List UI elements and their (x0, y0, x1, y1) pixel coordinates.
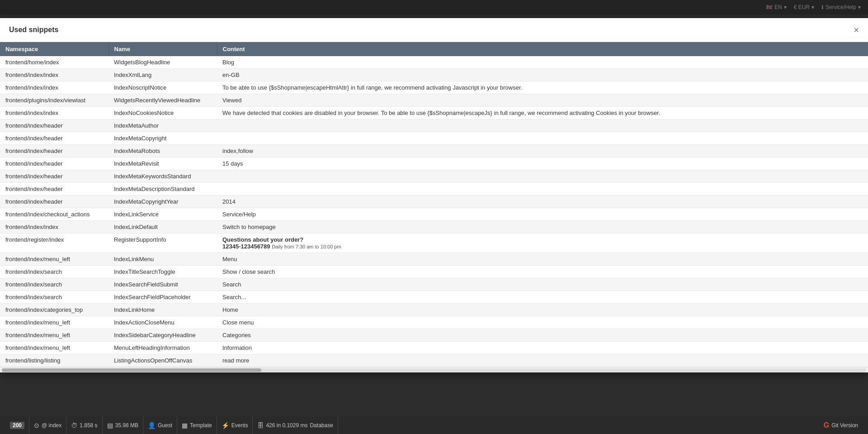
table-row: frontend/index/headerIndexMetaKeywordsSt… (0, 170, 868, 183)
cell-namespace: frontend/index/header (0, 119, 108, 132)
table-row: frontend/index/indexIndexLinkDefaultSwit… (0, 221, 868, 234)
modal-header: Used snippets × (0, 18, 868, 42)
used-snippets-modal: Used snippets × Namespace Name Content f… (0, 18, 868, 372)
scrollbar-thumb (2, 368, 261, 372)
cell-namespace: frontend/index/menu_left (0, 342, 108, 354)
modal-title: Used snippets (9, 26, 58, 34)
user-icon: 👤 (148, 422, 156, 429)
cell-namespace: frontend/index/search (0, 278, 108, 291)
table-row: frontend/index/headerIndexMetaRevisit15 … (0, 157, 868, 170)
table-body: frontend/home/indexWidgetsBlogHeadlineBl… (0, 56, 868, 367)
cell-name: IndexActionCloseMenu (108, 316, 217, 329)
template-label: Template (190, 422, 212, 429)
table-row: frontend/index/searchIndexSearchFieldPla… (0, 291, 868, 304)
scrollbar-track (2, 368, 866, 372)
cell-namespace: frontend/index/index (0, 69, 108, 81)
snippets-table: Namespace Name Content frontend/home/ind… (0, 42, 868, 367)
cell-namespace: frontend/index/index (0, 81, 108, 94)
cell-content: Information (217, 342, 868, 354)
cell-name: IndexMetaKeywordsStandard (108, 170, 217, 183)
user-label: Guest (158, 422, 172, 429)
memory-value: 35.98 MB (115, 422, 138, 429)
cell-namespace: frontend/register/index (0, 234, 108, 253)
table-row: frontend/index/headerIndexMetaRobotsinde… (0, 145, 868, 157)
table-row: frontend/index/categories_topIndexLinkHo… (0, 304, 868, 316)
status-code-item: 200 (5, 416, 29, 434)
cell-namespace: frontend/index/header (0, 183, 108, 196)
cell-content: To be able to use {$sShopname|escapeHtml… (217, 81, 868, 94)
cell-content: Menu (217, 253, 868, 266)
table-row: frontend/index/headerIndexMetaDescriptio… (0, 183, 868, 196)
cell-name: IndexLinkDefault (108, 221, 217, 234)
table-row: frontend/index/indexIndexNoCookiesNotice… (0, 107, 868, 119)
template-item[interactable]: ▦ Template (177, 416, 217, 434)
cell-content: Viewed (217, 94, 868, 107)
cell-namespace: frontend/index/checkout_actions (0, 208, 108, 221)
table-row: frontend/index/menu_leftIndexActionClose… (0, 316, 868, 329)
cell-name: IndexXmlLang (108, 69, 217, 81)
git-item: G Git Version (819, 416, 863, 434)
cell-content (217, 132, 868, 145)
cell-namespace: frontend/plugins/index/viewlast (0, 94, 108, 107)
cell-namespace: frontend/index/search (0, 291, 108, 304)
user-item: 👤 Guest (143, 416, 177, 434)
table-row: frontend/index/indexIndexXmlLangen-GB (0, 69, 868, 81)
table-row: frontend/index/searchIndexTitleSearchTog… (0, 266, 868, 278)
table-row: frontend/listing/listingListingActionsOp… (0, 354, 868, 367)
events-item[interactable]: ⚡ Events (217, 416, 253, 434)
db-icon: 🗄 (257, 422, 264, 429)
cell-namespace: frontend/index/header (0, 157, 108, 170)
cell-name: IndexTitleSearchToggle (108, 266, 217, 278)
cell-content: Search (217, 278, 868, 291)
database-item: 🗄 426 in 0.1029 ms Database (253, 416, 338, 434)
cell-name: IndexMetaRobots (108, 145, 217, 157)
header-namespace: Namespace (0, 42, 108, 56)
cell-namespace: frontend/index/index (0, 221, 108, 234)
cell-content: Show / close search (217, 266, 868, 278)
cell-content: Questions about your order?12345-1234567… (217, 234, 868, 253)
cell-name: IndexLinkHome (108, 304, 217, 316)
cell-name: WidgetsBlogHeadline (108, 56, 217, 69)
header-content: Content (217, 42, 868, 56)
table-row: frontend/plugins/index/viewlastWidgetsRe… (0, 94, 868, 107)
cell-content (217, 119, 868, 132)
cell-namespace: frontend/listing/listing (0, 354, 108, 367)
cell-namespace: frontend/index/index (0, 107, 108, 119)
cell-namespace: frontend/index/categories_top (0, 304, 108, 316)
cell-content: Switch to homepage (217, 221, 868, 234)
route-icon: ⊙ (34, 422, 39, 429)
template-icon: ▦ (182, 422, 188, 429)
cell-name: MenuLeftHeadingInformation (108, 342, 217, 354)
cell-namespace: frontend/index/menu_left (0, 253, 108, 266)
cell-name: IndexNoscriptNotice (108, 81, 217, 94)
cell-namespace: frontend/index/header (0, 145, 108, 157)
cell-content: 15 days (217, 157, 868, 170)
cell-namespace: frontend/index/menu_left (0, 329, 108, 342)
cell-name: IndexLinkMenu (108, 253, 217, 266)
db-value: 426 in 0.1029 ms (266, 422, 307, 429)
status-bar: 200 ⊙ @ index ⏱ 1.858 s ▤ 35.98 MB 👤 Gue… (0, 416, 868, 434)
cell-content: en-GB (217, 69, 868, 81)
table-row: frontend/register/indexRegisterSupportIn… (0, 234, 868, 253)
cell-name: IndexLinkService (108, 208, 217, 221)
cell-content: 2014 (217, 196, 868, 208)
cell-name: IndexMetaAuthor (108, 119, 217, 132)
cell-name: ListingActionsOpenOffCanvas (108, 354, 217, 367)
cell-content: Categories (217, 329, 868, 342)
database-label: Database (310, 422, 333, 429)
cell-content: read more (217, 354, 868, 367)
modal-close-button[interactable]: × (854, 25, 859, 34)
cell-name: IndexMetaCopyright (108, 132, 217, 145)
cell-content (217, 170, 868, 183)
cell-namespace: frontend/index/search (0, 266, 108, 278)
cell-namespace: frontend/index/header (0, 132, 108, 145)
cell-content: Service/Help (217, 208, 868, 221)
cell-name: IndexSearchFieldSubmit (108, 278, 217, 291)
table-row: frontend/index/searchIndexSearchFieldSub… (0, 278, 868, 291)
cell-name: WidgetsRecentlyViewedHeadline (108, 94, 217, 107)
cell-name: RegisterSupportInfo (108, 234, 217, 253)
horizontal-scrollbar[interactable] (0, 367, 868, 372)
table-row: frontend/index/menu_leftIndexSidebarCate… (0, 329, 868, 342)
table-row: frontend/index/menu_leftMenuLeftHeadingI… (0, 342, 868, 354)
header-name: Name (108, 42, 217, 56)
